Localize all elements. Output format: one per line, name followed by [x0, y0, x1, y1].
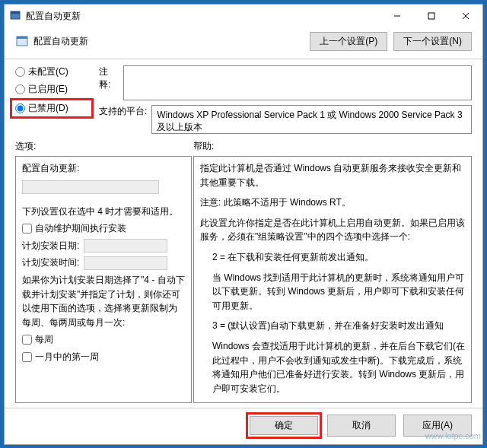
svg-rect-1: [11, 11, 20, 14]
window-controls: [380, 5, 482, 27]
help-heading: 帮助:: [193, 140, 214, 153]
close-button[interactable]: [448, 5, 482, 27]
maximize-button[interactable]: [414, 5, 448, 27]
cancel-button[interactable]: 取消: [327, 415, 396, 437]
first-week-checkbox-row[interactable]: 一月中的第一周: [22, 350, 185, 364]
svg-rect-7: [17, 37, 27, 39]
radio-enabled-input[interactable]: [15, 84, 25, 94]
help-p6: 3 = (默认设置)自动下载更新，并在准备好安装时发出通知: [200, 319, 465, 333]
weekly-checkbox[interactable]: [22, 335, 32, 345]
radio-not-configured[interactable]: 未配置(C): [15, 65, 91, 78]
help-p4: 2 = 在下载和安装任何更新前发出通知。: [200, 250, 465, 265]
titlebar: 配置自动更新: [5, 5, 482, 27]
radio-enabled[interactable]: 已启用(E): [15, 83, 91, 96]
minimize-button[interactable]: [380, 5, 414, 27]
help-p2: 注意: 此策略不适用于 Windows RT。: [200, 195, 465, 210]
state-radios: 未配置(C) 已启用(E) 已禁用(D): [15, 65, 91, 134]
weekly-checkbox-row[interactable]: 每周: [22, 332, 185, 347]
platform-label: 支持的平台:: [99, 105, 147, 118]
help-p1: 指定此计算机是否通过 Windows 自动更新服务来接收安全更新和其他重要下载。: [200, 161, 465, 189]
first-week-checkbox[interactable]: [22, 352, 32, 362]
app-icon: [9, 10, 21, 22]
options-heading: 选项:: [15, 140, 193, 153]
help-p7: Windows 会查找适用于此计算机的更新，并在后台下载它们(在此过程中，用户不…: [200, 339, 465, 396]
watermark: www.lotpc.com: [425, 431, 481, 440]
footer: 确定 取消 应用(A): [5, 408, 482, 444]
options-title: 配置自动更新:: [22, 161, 185, 176]
maintenance-checkbox-row[interactable]: 自动维护期间执行安装: [22, 221, 185, 236]
schedule-note: 如果你为计划安装日期选择了"4 - 自动下载并计划安装"并指定了计划，则你还可以…: [22, 273, 185, 329]
configure-select[interactable]: [22, 180, 159, 194]
policy-icon: [15, 35, 29, 49]
radio-not-configured-input[interactable]: [15, 67, 25, 77]
ok-button[interactable]: 确定: [250, 416, 318, 435]
radio-disabled[interactable]: 已禁用(D): [15, 102, 88, 115]
install-day-label: 计划安装日期:: [22, 239, 79, 253]
options-panel[interactable]: 配置自动更新: 下列设置仅在选中 4 时才需要和适用。 自动维护期间执行安装 计…: [15, 156, 192, 403]
install-time-label: 计划安装时间:: [22, 256, 79, 270]
svg-rect-3: [428, 13, 434, 19]
previous-setting-button[interactable]: 上一个设置(P): [310, 32, 387, 51]
radio-disabled-input[interactable]: [15, 103, 25, 113]
policy-title: 配置自动更新: [33, 35, 310, 48]
comment-textbox[interactable]: [123, 65, 472, 100]
install-day-select[interactable]: [84, 239, 167, 253]
install-time-select[interactable]: [84, 256, 167, 270]
help-p3: 此设置允许你指定是否在此计算机上启用自动更新。如果已启用该服务，必须在"组策略设…: [200, 216, 465, 244]
dialog-window: 配置自动更新 配置自动更新 上一个设置(P) 下一个设置(N) 未配置(C): [4, 4, 483, 445]
header-row: 配置自动更新 上一个设置(P) 下一个设置(N): [5, 27, 482, 59]
platform-textbox[interactable]: Windows XP Professional Service Pack 1 或…: [151, 105, 472, 134]
maintenance-checkbox[interactable]: [22, 224, 32, 234]
help-panel[interactable]: 指定此计算机是否通过 Windows 自动更新服务来接收安全更新和其他重要下载。…: [193, 156, 472, 403]
help-p5: 当 Windows 找到适用于此计算机的更新时，系统将通知用户可以下载更新。转到…: [200, 271, 465, 313]
window-title: 配置自动更新: [26, 10, 380, 23]
options-note: 下列设置仅在选中 4 时才需要和适用。: [22, 205, 185, 219]
next-setting-button[interactable]: 下一个设置(N): [393, 32, 472, 51]
comment-label: 注释:: [99, 65, 119, 91]
